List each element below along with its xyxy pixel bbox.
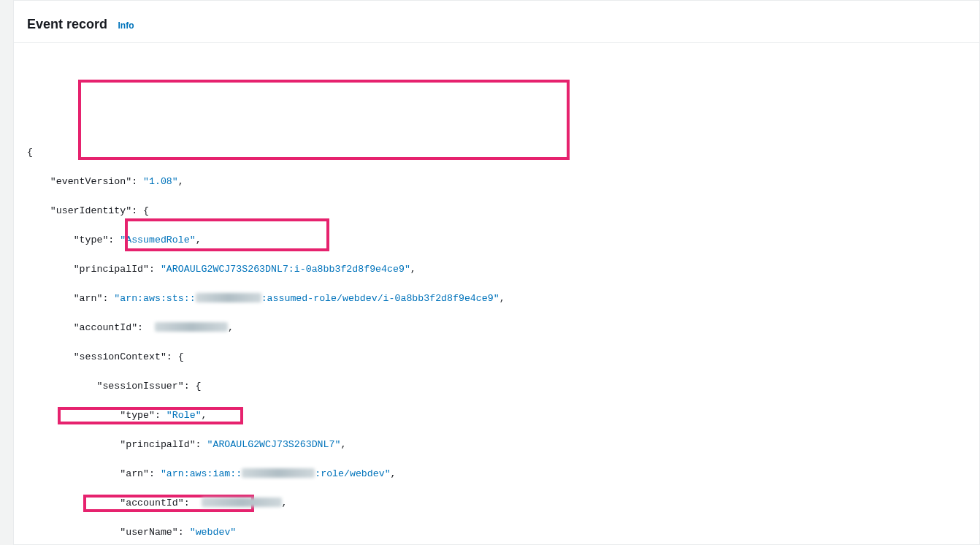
redacted-account-id (202, 498, 282, 507)
panel-header: Event record Info (14, 1, 979, 43)
json-line: { (27, 145, 966, 160)
json-line: "type": "Role", (27, 408, 966, 423)
json-line: "principalId": "AROAULG2WCJ73S263DNL7", (27, 438, 966, 452)
json-line: "principalId": "AROAULG2WCJ73S263DNL7:i-… (27, 262, 966, 277)
json-line: "accountId": , (27, 321, 966, 335)
json-line: "sessionIssuer": { (27, 379, 966, 394)
panel-title: Event record (27, 17, 107, 31)
info-link[interactable]: Info (118, 20, 134, 31)
json-line: "type": "AssumedRole", (27, 233, 966, 248)
redacted-account-id (242, 468, 315, 478)
redacted-account-id (155, 322, 228, 332)
json-viewer: { "eventVersion": "1.08", "userIdentity"… (14, 43, 979, 545)
json-line: "userIdentity": { (27, 204, 966, 218)
json-line: "userName": "webdev" (27, 525, 966, 540)
json-line: "arn": "arn:aws:sts:::assumed-role/webde… (27, 291, 966, 306)
json-line: "sessionContext": { (27, 350, 966, 365)
json-line: "eventVersion": "1.08", (27, 175, 966, 189)
event-record-panel: Event record Info { "eventVersion": "1.0… (13, 0, 980, 545)
redacted-account-id (196, 293, 261, 302)
json-line: "arn": "arn:aws:iam:::role/webdev", (27, 467, 966, 481)
json-line: "accountId": , (27, 496, 966, 511)
